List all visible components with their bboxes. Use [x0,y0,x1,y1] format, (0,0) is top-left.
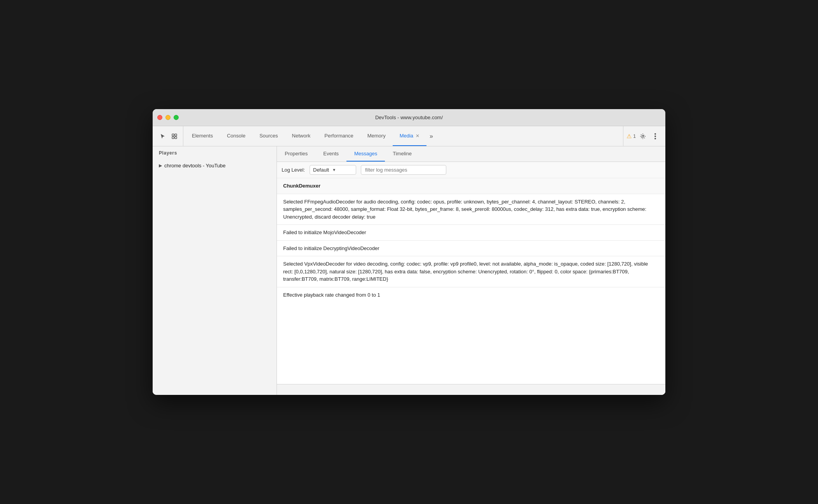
tab-performance[interactable]: Performance [317,126,360,146]
more-options-icon[interactable] [650,131,661,142]
close-button[interactable] [157,115,162,120]
tab-network[interactable]: Network [285,126,318,146]
sidebar-header: Players [153,146,277,160]
tab-elements[interactable]: Elements [185,126,220,146]
sub-tab-list: Properties Events Messages Timeline [277,146,665,162]
window-title: DevTools - www.youtube.com/ [375,115,443,120]
svg-rect-3 [175,137,177,139]
minimize-button[interactable] [165,115,171,120]
svg-point-7 [654,138,656,139]
log-level-select[interactable]: Default ▼ [310,165,356,175]
toolbar-icon-group [154,126,183,146]
titlebar: DevTools - www.youtube.com/ [153,109,665,126]
inspect-icon[interactable] [169,131,180,142]
sidebar-item-youtube[interactable]: ▶ chrome devtools - YouTube [153,160,277,172]
svg-point-4 [642,135,644,137]
svg-point-5 [654,133,656,135]
devtools-window: DevTools - www.youtube.com/ Elements [153,109,665,395]
message-row: Failed to initialize MojoVideoDecoder [277,225,665,241]
warning-icon: ⚠ [627,133,632,140]
traffic-lights [157,115,179,120]
tab-media[interactable]: Media ✕ [393,126,426,146]
messages-list: ChunkDemuxer Selected FFmpegAudioDecoder… [277,178,665,384]
message-row: Selected FFmpegAudioDecoder for audio de… [277,194,665,225]
svg-rect-2 [172,137,174,139]
bottom-bar [277,384,665,395]
tab-list: Elements Console Sources Network Perform… [185,126,623,146]
sub-tab-messages[interactable]: Messages [346,146,385,162]
tab-media-close-icon[interactable]: ✕ [416,133,419,139]
sub-tab-timeline[interactable]: Timeline [385,146,419,162]
chevron-down-icon: ▼ [332,168,336,172]
filter-input[interactable] [361,165,446,175]
devtools-toolbar: Elements Console Sources Network Perform… [153,126,665,146]
message-row: Failed to initialize DecryptingVideoDeco… [277,241,665,257]
tab-console[interactable]: Console [220,126,252,146]
log-level-label: Log Level: [282,167,305,173]
filter-bar: Log Level: Default ▼ [277,162,665,178]
more-tabs-button[interactable]: » [426,126,436,146]
toolbar-right: ⚠ 1 [623,126,664,146]
tab-sources[interactable]: Sources [252,126,285,146]
main-content: Players ▶ chrome devtools - YouTube Prop… [153,146,665,395]
fullscreen-button[interactable] [174,115,179,120]
expand-arrow-icon: ▶ [159,163,162,168]
sidebar: Players ▶ chrome devtools - YouTube [153,146,277,395]
tab-memory[interactable]: Memory [360,126,393,146]
right-panel: Properties Events Messages Timeline Log … [277,146,665,395]
warning-badge[interactable]: ⚠ 1 [627,133,636,140]
sub-tab-properties[interactable]: Properties [277,146,315,162]
svg-point-6 [654,136,656,137]
svg-rect-0 [172,134,174,136]
svg-rect-1 [175,134,177,136]
cursor-icon[interactable] [157,131,168,142]
message-row: Effective playback rate changed from 0 t… [277,287,665,303]
settings-icon[interactable] [637,131,648,142]
sub-tab-events[interactable]: Events [315,146,346,162]
message-row: Selected VpxVideoDecoder for video decod… [277,256,665,287]
message-row: ChunkDemuxer [277,178,665,194]
